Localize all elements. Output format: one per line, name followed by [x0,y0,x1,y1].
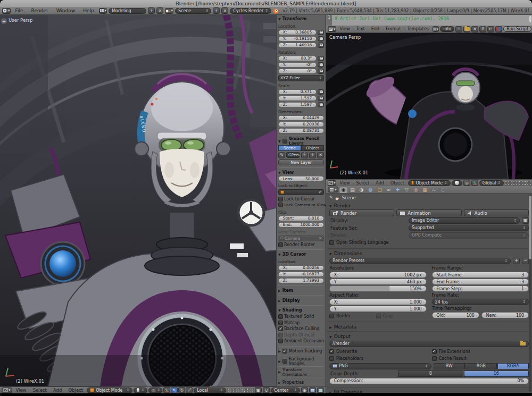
properties-scrollbar[interactable] [529,195,531,392]
editor-type-3dview-2[interactable]: ▾ [328,180,336,186]
location-x-field[interactable]: X:0.36805 [278,30,317,35]
cam-manipulator-axis-icon[interactable] [471,180,478,186]
res-percentage-slider[interactable]: 150% [329,285,427,292]
gpencil-icon[interactable]: ✎ [278,152,285,158]
device-selector[interactable]: GPU Compute↕ [409,232,529,239]
audio-button[interactable]: Audio [464,209,529,216]
add-layout-button[interactable]: + [148,7,155,14]
text-datablock-icon[interactable]: ▤▾ [433,26,439,32]
orientation-selector[interactable]: Local↕ [194,387,226,393]
depth-16-button[interactable]: 16 [464,370,529,377]
render-button[interactable]: Render [329,209,394,216]
editor-type-3dview[interactable]: ▾ [2,387,12,393]
render-border-checkbox[interactable] [278,242,283,247]
menu-render[interactable]: Render [28,8,52,13]
editor-type-properties[interactable]: ▾ [328,187,338,192]
open-text-button[interactable] [463,26,470,32]
lock-icon[interactable] [318,102,324,107]
rotation-z-field[interactable]: Z:0° [278,69,317,74]
cam-select-menu[interactable]: Select [354,181,372,186]
rgb-button[interactable]: RGB [466,363,497,369]
unlink-text-button[interactable]: ✕ [471,26,478,32]
cam-layers-widget-2[interactable] [519,181,531,186]
collapse-shading-icon[interactable] [278,308,281,313]
layers-widget[interactable] [227,388,240,393]
compression-slider[interactable]: Compression:0% [329,378,529,384]
collapse-dimensions-icon[interactable] [329,251,332,256]
add-gpencil-button[interactable]: + [309,152,316,158]
lock-icon[interactable] [318,96,324,101]
location-y-field[interactable]: Y:-0.19150 [278,36,317,41]
frame-rate-selector[interactable]: 24 fps↕ [432,299,529,305]
aspect-x-field[interactable]: X:1.000 [329,299,427,305]
lock-to-scene-icon[interactable]: ▣ [255,387,262,393]
transform-orientations-label[interactable]: Transform Orientations [282,367,324,377]
script-code-line[interactable]: # Artist Juri Unt (www.cgstrive.com). 20… [335,16,449,21]
expand-display-icon[interactable] [278,298,281,303]
tab-constraints[interactable]: ∞ [385,187,393,193]
start-frame-field[interactable]: Start Frame:3 [432,272,529,278]
display-lock-icon[interactable]: ▣ [522,217,529,224]
mode-selector[interactable]: Object Mode↕ [87,387,132,393]
text-text-menu[interactable]: Text [354,27,368,31]
expand-motion-tracking-icon[interactable] [278,349,281,353]
scale-x-field[interactable]: X:0.371 [278,89,317,95]
scene-selector[interactable]: Scene3 [175,8,211,14]
expand-properties-icon[interactable] [278,380,281,385]
lock-to-cursor-checkbox[interactable] [278,197,283,201]
word-wrap-toggle[interactable]: ↵ [487,26,494,32]
res-y-field[interactable]: Y:460 px [329,279,427,285]
remap-old-field[interactable]: Old:100 [432,312,479,318]
border-checkbox[interactable] [329,314,334,318]
new-text-button[interactable]: + [455,26,462,32]
text-edit-menu[interactable]: Edit [369,27,383,31]
rotation-x-field[interactable]: X:80.3° [278,56,317,61]
animation-button[interactable]: Animation [396,209,461,216]
select-menu[interactable]: Select [30,387,49,393]
view-menu[interactable]: View [13,387,29,393]
remove-preset-button[interactable]: − [522,258,529,264]
remap-new-field[interactable]: New:100 [481,312,529,318]
proportional-edit-icon[interactable]: ◉ [301,387,308,393]
add-scene-button[interactable]: + [213,7,220,14]
clip-end-field[interactable]: End:1000.000 [278,222,324,228]
frame-step-field[interactable]: Frame Step:1 [432,285,529,292]
matcap-checkbox[interactable] [278,321,283,325]
lens-field[interactable]: Lens:50.000 [278,176,324,181]
cam-object-menu[interactable]: Object [388,181,407,186]
bg-images-label[interactable]: Background Images [289,357,324,366]
pin-icon[interactable]: ✎ [329,195,333,200]
cam-layers-widget[interactable] [505,181,518,186]
opengl-render-anim-icon[interactable] [317,387,324,393]
editor-type-selector[interactable]: ▾ [2,8,11,14]
delete-layout-button[interactable]: ✕ [156,7,163,14]
freestyle-checkbox[interactable] [334,390,339,393]
cursor-z-field[interactable]: Z:1.73993 [278,278,324,283]
lock-icon[interactable] [318,89,324,95]
snap-target-selector[interactable]: Center↕ [271,387,300,393]
menu-help[interactable]: Help [80,8,97,13]
lock-to-object-field[interactable]: ✐ [278,189,324,195]
local-camera-field[interactable]: 🞅Camera✕ [278,235,324,241]
gpencil-tab-scene[interactable]: Scene [278,145,301,151]
collapse-gpencil-icon[interactable] [278,139,281,144]
expand-bg-images-icon[interactable] [278,359,281,364]
viewport-shading-selector[interactable]: ↕ [134,387,147,393]
aspect-y-field[interactable]: Y:1.000 [329,306,427,312]
expand-metadata-icon[interactable] [329,324,332,330]
file-format-selector[interactable]: PNG↕ [329,363,431,369]
crop-checkbox[interactable] [376,314,381,318]
expand-item-icon[interactable] [278,288,281,293]
dim-x-field[interactable]: X:0.04429 [278,115,324,121]
tab-modifiers[interactable]: ✚ [394,187,402,193]
syntax-highlight-toggle[interactable] [495,26,502,32]
new-layer-button[interactable]: New Layer [278,159,324,165]
tab-material[interactable]: ◎ [412,187,420,193]
collapse-output-icon[interactable] [329,334,332,339]
pivot-point-selector[interactable]: ◎↕ [148,387,162,393]
lock-icon[interactable] [318,69,324,74]
text-view-menu[interactable]: View [337,27,353,31]
lock-icon[interactable] [318,30,324,35]
breadcrumb-scene[interactable]: Scene [342,195,356,200]
screen-layout-icon[interactable]: ▾ [99,8,107,14]
